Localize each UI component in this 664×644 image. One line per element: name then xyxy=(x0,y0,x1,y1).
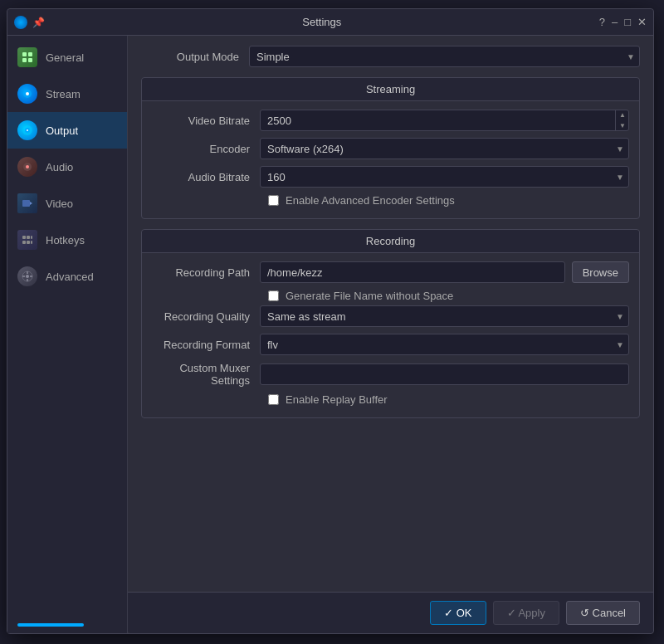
custom-muxer-row: Custom Muxer Settings xyxy=(152,362,629,387)
replay-buffer-checkbox[interactable] xyxy=(268,394,279,405)
minimize-button[interactable]: – xyxy=(612,16,618,28)
svg-rect-14 xyxy=(27,236,30,239)
recording-path-row: Recording Path Browse xyxy=(152,261,629,283)
svg-rect-2 xyxy=(22,58,27,62)
recording-format-select[interactable]: flv mp4 mov mkv ts m3u8 xyxy=(260,334,629,355)
svg-rect-16 xyxy=(22,241,26,244)
svg-point-5 xyxy=(26,92,29,95)
hotkeys-icon xyxy=(17,230,37,250)
svg-rect-11 xyxy=(22,200,30,207)
advanced-encoder-row: Enable Advanced Encoder Settings xyxy=(268,194,629,207)
encoder-select[interactable]: Software (x264) Hardware (NVENC) Hardwar… xyxy=(260,138,629,159)
sidebar-item-stream[interactable]: Stream xyxy=(7,76,127,112)
window-controls: ? – □ ✕ xyxy=(599,16,647,28)
audio-icon xyxy=(17,157,37,177)
output-label: Output xyxy=(46,124,78,137)
svg-rect-13 xyxy=(22,236,26,239)
video-bitrate-input[interactable] xyxy=(260,110,629,131)
advanced-encoder-label: Enable Advanced Encoder Settings xyxy=(286,194,455,207)
svg-marker-12 xyxy=(30,202,32,205)
sidebar-item-general[interactable]: General xyxy=(7,39,127,76)
output-mode-select-wrapper: Simple Advanced ▼ xyxy=(249,46,640,67)
dialog-body: General Stream xyxy=(7,36,653,633)
streaming-body: Video Bitrate ▲ ▼ Encoder xyxy=(142,101,639,218)
video-icon xyxy=(17,193,37,213)
video-label: Video xyxy=(46,198,73,210)
recording-body: Recording Path Browse Generate File Name… xyxy=(142,253,639,417)
general-label: General xyxy=(46,51,84,64)
svg-point-20 xyxy=(26,275,29,278)
replay-buffer-label: Enable Replay Buffer xyxy=(286,393,388,406)
svg-rect-3 xyxy=(28,58,32,62)
sidebar-item-output[interactable]: Output xyxy=(7,112,127,149)
stream-label: Stream xyxy=(46,88,81,100)
sidebar-item-hotkeys[interactable]: Hotkeys xyxy=(7,222,127,258)
browse-button[interactable]: Browse xyxy=(572,261,629,283)
output-mode-select[interactable]: Simple Advanced xyxy=(249,46,640,67)
audio-bitrate-select-wrapper: 64 96 128 160 192 224 256 320 ▼ xyxy=(260,166,629,188)
replay-buffer-row: Enable Replay Buffer xyxy=(268,393,629,406)
cancel-button[interactable]: ↺ Cancel xyxy=(566,601,640,625)
video-bitrate-row: Video Bitrate ▲ ▼ xyxy=(152,110,629,131)
svg-point-10 xyxy=(26,165,29,168)
encoder-row: Encoder Software (x264) Hardware (NVENC)… xyxy=(152,138,629,159)
svg-rect-18 xyxy=(31,241,32,244)
recording-quality-row: Recording Quality Same as stream High Qu… xyxy=(152,305,629,327)
recording-quality-select-wrapper: Same as stream High Quality, Medium File… xyxy=(260,305,629,327)
recording-path-input[interactable] xyxy=(260,261,565,283)
advanced-label: Advanced xyxy=(46,271,94,283)
app-icon xyxy=(14,16,27,29)
sidebar-item-advanced[interactable]: Advanced xyxy=(7,258,127,295)
generate-filename-label: Generate File Name without Space xyxy=(286,290,453,302)
svg-rect-1 xyxy=(28,52,32,56)
pin-icon[interactable]: 📌 xyxy=(32,17,45,28)
title-bar: 📌 Settings ? – □ ✕ xyxy=(7,9,653,36)
video-bitrate-wrapper: ▲ ▼ xyxy=(260,110,629,131)
recording-quality-select[interactable]: Same as stream High Quality, Medium File… xyxy=(260,305,629,327)
recording-quality-label: Recording Quality xyxy=(152,310,260,323)
audio-bitrate-label: Audio Bitrate xyxy=(152,171,260,183)
recording-format-label: Recording Format xyxy=(152,339,260,351)
svg-point-8 xyxy=(27,129,28,131)
output-mode-row: Output Mode Simple Advanced ▼ xyxy=(141,46,640,67)
advanced-icon xyxy=(17,266,37,286)
generate-filename-checkbox[interactable] xyxy=(268,290,279,301)
streaming-section: Streaming Video Bitrate ▲ ▼ xyxy=(141,77,640,219)
svg-rect-15 xyxy=(31,236,32,239)
bitrate-spinner-arrows: ▲ ▼ xyxy=(615,110,629,131)
bitrate-up-button[interactable]: ▲ xyxy=(616,110,629,120)
audio-label: Audio xyxy=(46,161,73,173)
encoder-label: Encoder xyxy=(152,143,260,155)
advanced-encoder-checkbox[interactable] xyxy=(268,195,279,206)
scroll-indicator xyxy=(17,623,84,627)
output-mode-label: Output Mode xyxy=(141,51,249,63)
encoder-select-wrapper: Software (x264) Hardware (NVENC) Hardwar… xyxy=(260,138,629,159)
content-area: Output Mode Simple Advanced ▼ Streaming xyxy=(128,36,653,592)
svg-rect-0 xyxy=(22,52,27,56)
settings-dialog: 📌 Settings ? – □ ✕ General xyxy=(7,8,654,634)
hotkeys-label: Hotkeys xyxy=(46,234,85,246)
audio-bitrate-row: Audio Bitrate 64 96 128 160 192 224 256 xyxy=(152,166,629,188)
generate-filename-row: Generate File Name without Space xyxy=(268,290,629,302)
audio-bitrate-select[interactable]: 64 96 128 160 192 224 256 320 xyxy=(260,166,629,188)
sidebar-item-audio[interactable]: Audio xyxy=(7,149,127,185)
title-bar-left: 📌 xyxy=(14,16,45,29)
video-bitrate-label: Video Bitrate xyxy=(152,115,260,127)
sidebar: General Stream xyxy=(7,36,128,633)
stream-icon xyxy=(17,84,37,104)
bitrate-down-button[interactable]: ▼ xyxy=(616,120,629,131)
custom-muxer-input[interactable] xyxy=(260,363,629,385)
output-icon xyxy=(17,120,37,140)
apply-button[interactable]: ✓ Apply xyxy=(493,601,559,625)
help-button[interactable]: ? xyxy=(599,16,605,28)
sidebar-item-video[interactable]: Video xyxy=(7,185,127,222)
dialog-title: Settings xyxy=(45,16,599,28)
close-button[interactable]: ✕ xyxy=(637,16,647,28)
streaming-title: Streaming xyxy=(142,78,639,101)
dialog-footer: ✓ OK ✓ Apply ↺ Cancel xyxy=(128,592,653,633)
svg-rect-17 xyxy=(27,241,30,244)
ok-button[interactable]: ✓ OK xyxy=(430,601,486,625)
maximize-button[interactable]: □ xyxy=(624,16,631,28)
recording-format-select-wrapper: flv mp4 mov mkv ts m3u8 ▼ xyxy=(260,334,629,355)
general-icon xyxy=(17,47,37,67)
